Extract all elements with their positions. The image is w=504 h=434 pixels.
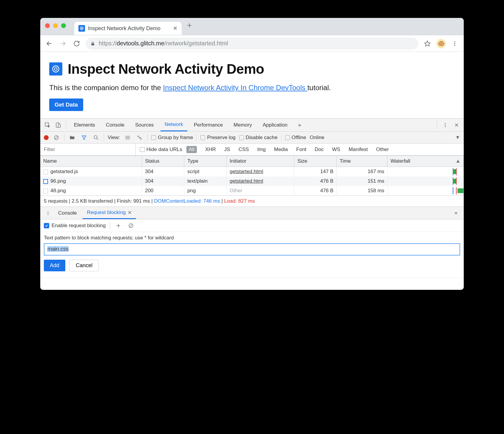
filter-type-manifest[interactable]: Manifest — [349, 147, 368, 153]
filter-type-all[interactable]: All — [186, 146, 197, 153]
tab-network[interactable]: Network — [160, 118, 187, 131]
tab-elements[interactable]: Elements — [70, 118, 99, 131]
svg-point-35 — [48, 213, 49, 213]
initiator-link[interactable]: getstarted.html — [230, 169, 263, 174]
column-initiator[interactable]: Initiator — [227, 156, 294, 167]
add-pattern-icon[interactable] — [114, 221, 123, 230]
svg-marker-7 — [425, 41, 430, 46]
table-row[interactable]: 48.png200pngOther476 B158 ms — [40, 186, 464, 196]
file-icon — [43, 189, 48, 193]
network-toolbar: View: Group by frame Preserve log Disabl… — [40, 132, 464, 144]
column-type[interactable]: Type — [184, 156, 227, 167]
filter-bar: Hide data URLs AllXHRJSCSSImgMediaFontDo… — [40, 144, 464, 156]
tab-performance[interactable]: Performance — [190, 118, 227, 131]
close-window-icon[interactable] — [45, 23, 50, 28]
offline-checkbox[interactable]: Offline — [285, 135, 306, 141]
tutorial-link[interactable]: Inspect Network Activity In Chrome DevTo… — [163, 84, 307, 92]
maximize-window-icon[interactable] — [61, 23, 66, 28]
table-row[interactable]: 96.png304text/plaingetstarted.html476 B1… — [40, 176, 464, 186]
browser-menu-button[interactable] — [450, 39, 460, 48]
close-devtools-icon[interactable] — [452, 121, 461, 129]
large-rows-icon[interactable] — [123, 133, 132, 142]
filter-toggle-icon[interactable] — [80, 133, 88, 142]
more-tabs-button[interactable]: » — [294, 118, 305, 131]
column-status[interactable]: Status — [142, 156, 184, 167]
drawer-footer — [40, 278, 464, 290]
filter-type-media[interactable]: Media — [274, 147, 288, 153]
network-summary: 5 requests | 2.5 KB transferred | Finish… — [40, 196, 464, 207]
filter-input[interactable] — [40, 144, 136, 155]
filter-type-ws[interactable]: WS — [332, 147, 340, 153]
address-bar[interactable]: https://devtools.glitch.me/network/getst… — [86, 38, 418, 50]
browser-tab[interactable]: Inspect Network Activity Demo ✕ — [74, 22, 182, 35]
throttling-select[interactable]: Online — [310, 135, 324, 141]
column-size[interactable]: Size — [294, 156, 337, 167]
forward-button[interactable] — [58, 39, 68, 48]
record-button[interactable] — [44, 135, 49, 140]
drawer-tab-request-blocking[interactable]: Request blocking ✕ — [83, 207, 136, 219]
column-time[interactable]: Time — [337, 156, 387, 167]
preserve-log-checkbox[interactable]: Preserve log — [200, 135, 235, 141]
tab-memory[interactable]: Memory — [229, 118, 256, 131]
remove-all-patterns-icon[interactable] — [127, 221, 135, 230]
svg-rect-23 — [70, 136, 75, 139]
column-waterfall[interactable]: Waterfall▲ — [387, 156, 464, 167]
devtools-menu-icon[interactable] — [441, 121, 449, 129]
svg-rect-6 — [91, 43, 94, 45]
close-tab-icon[interactable]: ✕ — [173, 25, 177, 32]
svg-line-22 — [55, 136, 58, 139]
reload-button[interactable] — [72, 39, 81, 48]
devtools-logo-icon — [49, 62, 62, 76]
svg-marker-25 — [82, 136, 86, 139]
new-tab-button[interactable] — [186, 22, 192, 28]
svg-point-26 — [94, 136, 97, 139]
filter-type-img[interactable]: Img — [257, 147, 266, 153]
filter-type-other[interactable]: Other — [376, 147, 389, 153]
tab-sources[interactable]: Sources — [131, 118, 158, 131]
inspect-element-icon[interactable] — [43, 121, 52, 129]
capture-screenshots-icon[interactable] — [68, 133, 76, 142]
drawer-menu-icon[interactable] — [44, 209, 52, 217]
device-toggle-icon[interactable] — [54, 121, 62, 129]
initiator-link[interactable]: getstarted.html — [230, 178, 263, 184]
svg-line-27 — [97, 138, 98, 140]
table-row[interactable]: getstarted.js304scriptgetstarted.html147… — [40, 167, 464, 177]
hide-data-urls-checkbox[interactable]: Hide data URLs — [140, 147, 182, 153]
svg-line-42 — [130, 224, 132, 227]
minimize-window-icon[interactable] — [53, 23, 58, 28]
svg-point-16 — [445, 123, 446, 124]
drawer-tab-console[interactable]: Console — [54, 207, 81, 219]
filter-type-font[interactable]: Font — [296, 147, 306, 153]
add-button[interactable]: Add — [44, 260, 65, 271]
table-header-row: NameStatusTypeInitiatorSizeTimeWaterfall… — [40, 156, 464, 167]
toolbar-overflow-icon[interactable]: ▼ — [455, 135, 460, 141]
enable-request-blocking-checkbox[interactable]: Enable request blocking — [44, 223, 106, 229]
clear-button[interactable] — [52, 133, 61, 142]
waterfall-view-icon[interactable] — [135, 133, 144, 142]
pattern-input[interactable] — [44, 243, 460, 256]
tab-console[interactable]: Console — [102, 118, 129, 131]
filter-type-js[interactable]: JS — [224, 147, 230, 153]
filter-type-xhr[interactable]: XHR — [205, 147, 216, 153]
favicon-icon — [78, 25, 85, 32]
filter-type-css[interactable]: CSS — [239, 147, 249, 153]
request-blocking-toolbar: Enable request blocking — [40, 219, 464, 232]
bookmark-button[interactable] — [423, 39, 432, 48]
group-by-frame-checkbox[interactable]: Group by frame — [151, 135, 193, 141]
profile-avatar[interactable]: 🐵 — [436, 39, 446, 48]
request-blocking-content: Text pattern to block matching requests;… — [40, 232, 464, 278]
disable-cache-checkbox[interactable]: Disable cache — [239, 135, 278, 141]
tab-title: Inspect Network Activity Demo — [88, 25, 160, 32]
get-data-button[interactable]: Get Data — [49, 99, 83, 111]
close-drawer-tab-icon[interactable]: ✕ — [128, 210, 132, 216]
devtools-panel: ElementsConsoleSourcesNetworkPerformance… — [40, 118, 464, 290]
close-drawer-icon[interactable] — [452, 209, 460, 217]
back-button[interactable] — [44, 39, 54, 48]
cancel-button[interactable]: Cancel — [69, 260, 99, 271]
svg-point-0 — [80, 27, 84, 30]
tab-application[interactable]: Application — [259, 118, 292, 131]
filter-type-doc[interactable]: Doc — [315, 147, 324, 153]
column-name[interactable]: Name — [40, 156, 142, 167]
svg-marker-24 — [70, 136, 72, 136]
search-icon[interactable] — [92, 133, 100, 142]
